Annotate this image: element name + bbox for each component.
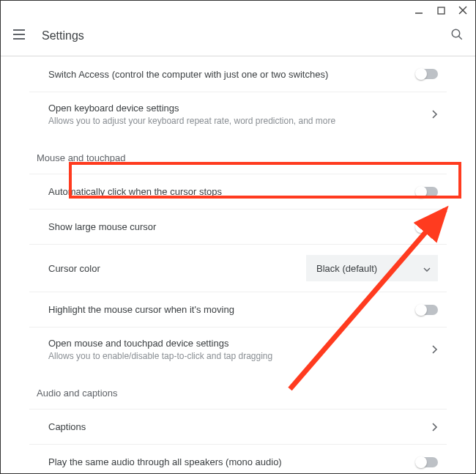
search-icon[interactable] — [450, 28, 464, 44]
autoclick-row[interactable]: Automatically click when the cursor stop… — [29, 174, 447, 209]
switch-access-row[interactable]: Switch Access (control the computer with… — [29, 56, 447, 92]
cursor-color-label: Cursor color — [48, 263, 306, 274]
settings-content: Switch Access (control the computer with… — [1, 56, 475, 472]
window-controls — [414, 5, 468, 15]
svg-rect-1 — [438, 7, 445, 14]
menu-icon[interactable] — [12, 28, 27, 44]
mouse-device-settings-sub: Allows you to enable/disable tap-to-clic… — [48, 351, 432, 361]
maximize-button[interactable] — [436, 5, 446, 15]
settings-header: Settings — [1, 15, 475, 56]
mono-audio-row[interactable]: Play the same audio through all speakers… — [29, 444, 447, 472]
mouse-device-settings-row[interactable]: Open mouse and touchpad device settings … — [29, 327, 447, 371]
svg-point-4 — [452, 29, 460, 37]
cursor-color-row: Cursor color Black (default) — [29, 244, 447, 292]
close-button[interactable] — [458, 5, 468, 15]
large-cursor-toggle[interactable] — [416, 222, 438, 232]
minimize-button[interactable] — [414, 5, 424, 15]
autoclick-toggle[interactable] — [416, 187, 438, 197]
keyboard-device-settings-sub: Allows you to adjust your keyboard repea… — [48, 116, 432, 126]
keyboard-device-settings-row[interactable]: Open keyboard device settings Allows you… — [29, 92, 447, 136]
highlight-cursor-row[interactable]: Highlight the mouse cursor when it's mov… — [29, 292, 447, 327]
cursor-color-value: Black (default) — [316, 263, 377, 274]
switch-access-label: Switch Access (control the computer with… — [48, 69, 416, 80]
captions-label: Captions — [48, 421, 432, 432]
mouse-device-settings-label: Open mouse and touchpad device settings — [48, 338, 432, 349]
keyboard-device-settings-label: Open keyboard device settings — [48, 103, 432, 114]
chevron-right-icon — [432, 345, 438, 354]
mono-audio-toggle[interactable] — [416, 457, 438, 467]
cursor-color-dropdown[interactable]: Black (default) — [306, 255, 438, 281]
chevron-right-icon — [432, 423, 438, 432]
chevron-down-icon — [423, 263, 431, 274]
autoclick-label: Automatically click when the cursor stop… — [48, 186, 416, 197]
captions-row[interactable]: Captions — [29, 409, 447, 444]
chevron-right-icon — [432, 110, 438, 119]
mono-audio-label: Play the same audio through all speakers… — [48, 456, 416, 467]
audio-captions-section-title: Audio and captions — [29, 371, 447, 409]
switch-access-toggle[interactable] — [416, 69, 438, 79]
mouse-touchpad-section-title: Mouse and touchpad — [29, 136, 447, 174]
large-cursor-row[interactable]: Show large mouse cursor — [29, 209, 447, 244]
highlight-cursor-label: Highlight the mouse cursor when it's mov… — [48, 304, 416, 315]
large-cursor-label: Show large mouse cursor — [48, 221, 416, 232]
svg-line-5 — [458, 36, 462, 40]
page-title: Settings — [42, 29, 84, 42]
highlight-cursor-toggle[interactable] — [416, 305, 438, 315]
